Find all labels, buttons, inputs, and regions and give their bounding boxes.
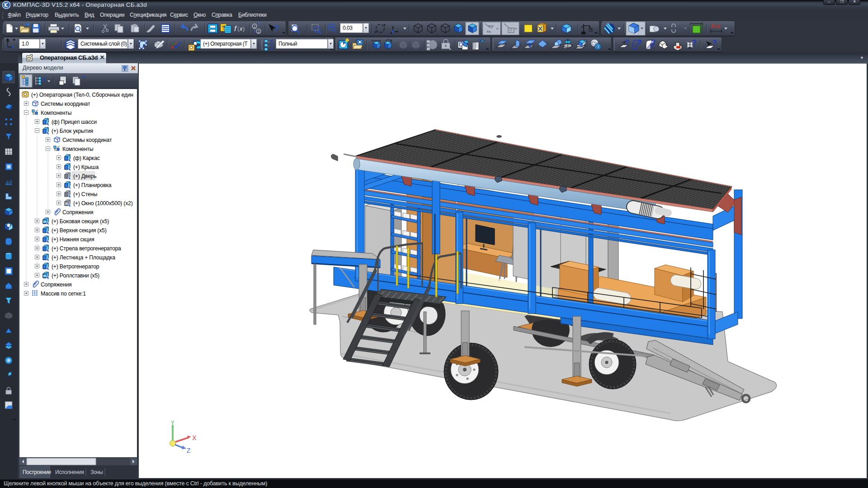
svg-text:(+) Лестница + Площадка: (+) Лестница + Площадка bbox=[52, 254, 115, 261]
svg-text:Сопряжения: Сопряжения bbox=[41, 282, 72, 288]
svg-text:?: ? bbox=[274, 23, 279, 33]
svg-text:?: ? bbox=[637, 39, 642, 47]
svg-text:Зоны: Зоны bbox=[90, 469, 103, 475]
svg-text:2: 2 bbox=[596, 45, 599, 49]
svg-text:?: ? bbox=[692, 39, 697, 47]
svg-text:(ф) Каркас: (ф) Каркас bbox=[73, 155, 100, 161]
svg-text:?: ? bbox=[651, 39, 656, 47]
svg-text:): ) bbox=[243, 25, 245, 32]
svg-text:?: ? bbox=[222, 25, 225, 31]
svg-text:(+) Блок укрытия: (+) Блок укрытия bbox=[52, 128, 93, 134]
svg-text:(+) Стены: (+) Стены bbox=[73, 191, 97, 197]
svg-text:Сопряжения: Сопряжения bbox=[62, 209, 94, 216]
svg-text:f: f bbox=[234, 24, 237, 33]
svg-text:(+) Стрела ветрогенератора: (+) Стрела ветрогенератора bbox=[52, 245, 121, 252]
svg-text:(+) Роллставни (x5): (+) Роллставни (x5) bbox=[52, 272, 99, 279]
svg-text:(+) Верхня секция (x5): (+) Верхня секция (x5) bbox=[52, 227, 107, 234]
svg-text:(+) Окно (1000x500) (x2): (+) Окно (1000x500) (x2) bbox=[73, 200, 133, 206]
svg-text:2: 2 bbox=[258, 29, 260, 34]
svg-text:A: A bbox=[711, 23, 715, 29]
svg-text:?: ? bbox=[712, 39, 717, 47]
svg-text:Компоненты: Компоненты bbox=[41, 110, 71, 116]
svg-text:(+) Операторная (Тел-0, Сбороч: (+) Операторная (Тел-0, Сборочных един bbox=[31, 92, 133, 98]
svg-text:Исполнения: Исполнения bbox=[55, 469, 84, 475]
svg-text:(+) Крыша: (+) Крыша bbox=[73, 164, 99, 170]
svg-text:Компоненты: Компоненты bbox=[62, 146, 93, 152]
svg-text:?: ? bbox=[625, 39, 629, 47]
svg-text:Системы координат: Системы координат bbox=[41, 101, 90, 107]
svg-text:(+) Нижняя скция: (+) Нижняя скция bbox=[52, 236, 94, 243]
svg-text:(+) Дверь: (+) Дверь bbox=[73, 173, 96, 179]
svg-text:(ф) Прицеп шасси: (ф) Прицеп шасси bbox=[52, 119, 97, 125]
svg-text:(+) Боковая секция (x5): (+) Боковая секция (x5) bbox=[52, 218, 109, 225]
svg-text:Массив по сетке:1: Массив по сетке:1 bbox=[41, 291, 86, 297]
svg-text:1: 1 bbox=[254, 24, 256, 29]
svg-text:±1: ±1 bbox=[715, 23, 721, 29]
svg-text:Построение: Построение bbox=[23, 469, 52, 475]
svg-text:(+) Планировка: (+) Планировка bbox=[73, 182, 112, 188]
svg-text:(+) Ветрогенератор: (+) Ветрогенератор bbox=[52, 263, 99, 270]
svg-text:x: x bbox=[239, 25, 243, 32]
svg-text:Системы координат: Системы координат bbox=[62, 137, 112, 143]
